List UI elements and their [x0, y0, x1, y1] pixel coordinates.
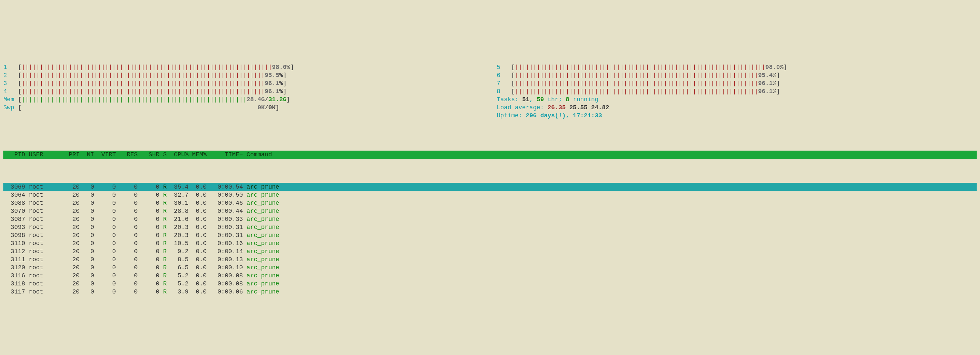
cell-virt: 0 — [94, 207, 116, 215]
meter-bracket-open: [ — [18, 80, 22, 88]
memory-meter-value: 28.4G/31.2G — [247, 96, 287, 103]
cell-mem: 0.0 — [189, 272, 207, 280]
swap-meter-label: Swp — [3, 103, 18, 111]
cell-command: arc_prune — [243, 264, 279, 272]
cell-user: root — [25, 207, 65, 215]
cell-mem: 0.0 — [189, 255, 207, 264]
cell-mem: 0.0 — [189, 183, 207, 191]
cell-time: 0:00.16 — [207, 239, 243, 247]
col-pri[interactable]: PRI — [65, 151, 80, 159]
cell-time: 0:00.46 — [207, 199, 243, 207]
cell-time: 0:00.13 — [207, 255, 243, 264]
cell-ni: 0 — [80, 199, 94, 207]
cpu-meter-5: 5[||||||||||||||||||||||||||||||||||||||… — [497, 63, 977, 71]
meter-bracket-close: ] — [290, 63, 294, 71]
cell-cpu: 3.9 — [167, 288, 189, 296]
cell-virt: 0 — [94, 223, 116, 231]
cell-res: 0 — [116, 231, 138, 239]
cell-command: arc_prune — [243, 255, 279, 264]
process-row[interactable]: 3117root200000R3.90.00:00.06arc_prune — [3, 288, 977, 296]
process-row[interactable]: 3088root200000R30.10.00:00.46arc_prune — [3, 199, 977, 207]
process-row[interactable]: 3087root200000R21.60.00:00.33arc_prune — [3, 215, 977, 223]
col-ni[interactable]: NI — [80, 151, 94, 159]
cell-time: 0:00.31 — [207, 231, 243, 239]
col-state[interactable]: S — [159, 151, 167, 159]
swap-meter: Swp[ 0K/0K] — [3, 103, 483, 111]
meter-bracket-close: ] — [783, 63, 787, 71]
cell-mem: 0.0 — [189, 264, 207, 272]
col-mem[interactable]: MEM% — [189, 151, 207, 159]
cell-mem: 0.0 — [189, 207, 207, 215]
cell-cpu: 28.8 — [167, 207, 189, 215]
col-shr[interactable]: SHR — [138, 151, 160, 159]
cpu-meter-bars: ||||||||||||||||||||||||||||||||||||||||… — [22, 88, 265, 96]
cell-pri: 20 — [65, 239, 80, 247]
cell-state: R — [159, 255, 167, 264]
cell-mem: 0.0 — [189, 223, 207, 231]
cpu-meter-bars: ||||||||||||||||||||||||||||||||||||||||… — [515, 80, 758, 88]
cell-command: arc_prune — [243, 288, 279, 296]
load-1min: 26.35 — [547, 104, 566, 111]
meter-bracket-close: ] — [283, 88, 287, 96]
process-table-body[interactable]: 3069root200000R35.40.00:00.54arc_prune30… — [3, 183, 977, 296]
cell-res: 0 — [116, 255, 138, 264]
cell-command: arc_prune — [243, 215, 279, 223]
cell-user: root — [25, 215, 65, 223]
cell-shr: 0 — [138, 280, 160, 288]
cell-res: 0 — [116, 272, 138, 280]
cell-pri: 20 — [65, 183, 80, 191]
process-row[interactable]: 3112root200000R9.20.00:00.14arc_prune — [3, 247, 977, 255]
cell-pid: 3116 — [3, 272, 25, 280]
meter-bracket-open: [ — [511, 71, 515, 80]
cell-cpu: 8.5 — [167, 255, 189, 264]
process-row[interactable]: 3069root200000R35.40.00:00.54arc_prune — [3, 183, 977, 191]
cell-state: R — [159, 264, 167, 272]
cpu-meter-bars: ||||||||||||||||||||||||||||||||||||||||… — [515, 63, 765, 71]
load-label: Load average: — [497, 104, 547, 111]
tasks-summary: Tasks: 51, 59 thr; 8 running — [497, 96, 977, 103]
col-time[interactable]: TIME+ — [207, 151, 243, 159]
process-row[interactable]: 3093root200000R20.30.00:00.31arc_prune — [3, 223, 977, 231]
process-row[interactable]: 3111root200000R8.50.00:00.13arc_prune — [3, 255, 977, 264]
cpu-meter-label: 1 — [3, 63, 18, 71]
col-command[interactable]: Command — [243, 151, 272, 159]
cell-res: 0 — [116, 215, 138, 223]
cell-pid: 3098 — [3, 231, 25, 239]
process-row[interactable]: 3064root200000R32.70.00:00.50arc_prune — [3, 191, 977, 199]
meter-bracket-open: [ — [511, 63, 515, 71]
cpu-meter-label: 2 — [3, 71, 18, 80]
cell-time: 0:00.08 — [207, 280, 243, 288]
process-table-header[interactable]: PIDUSERPRINIVIRTRESSHRSCPU%MEM%TIME+Comm… — [3, 151, 977, 159]
col-user[interactable]: USER — [25, 151, 65, 159]
cell-virt: 0 — [94, 191, 116, 199]
col-res[interactable]: RES — [116, 151, 138, 159]
cell-ni: 0 — [80, 272, 94, 280]
process-row[interactable]: 3116root200000R5.20.00:00.08arc_prune — [3, 272, 977, 280]
memory-meter-bars: ||||||||||||||||||||||||||||||||||||||||… — [22, 96, 247, 103]
col-virt[interactable]: VIRT — [94, 151, 116, 159]
cpu-meter-bars: ||||||||||||||||||||||||||||||||||||||||… — [22, 80, 265, 88]
cell-state: R — [159, 280, 167, 288]
col-cpu[interactable]: CPU% — [167, 151, 189, 159]
cell-mem: 0.0 — [189, 280, 207, 288]
process-row[interactable]: 3098root200000R20.30.00:00.31arc_prune — [3, 231, 977, 239]
cell-pid: 3087 — [3, 215, 25, 223]
cell-command: arc_prune — [243, 280, 279, 288]
cell-command: arc_prune — [243, 207, 279, 215]
uptime: Uptime: 296 days(!), 17:21:33 — [497, 111, 977, 120]
process-row[interactable]: 3070root200000R28.80.00:00.44arc_prune — [3, 207, 977, 215]
process-row[interactable]: 3118root200000R5.20.00:00.08arc_prune — [3, 280, 977, 288]
threads-count: 59 — [537, 96, 544, 103]
cell-cpu: 30.1 — [167, 199, 189, 207]
cell-mem: 0.0 — [189, 199, 207, 207]
cell-time: 0:00.33 — [207, 215, 243, 223]
cell-shr: 0 — [138, 191, 160, 199]
cpu-meter-bars: ||||||||||||||||||||||||||||||||||||||||… — [515, 88, 758, 96]
cpu-meter-label: 5 — [497, 63, 511, 71]
meter-bracket-close: ] — [776, 88, 780, 96]
col-pid[interactable]: PID — [3, 151, 25, 159]
process-row[interactable]: 3110root200000R10.50.00:00.16arc_prune — [3, 239, 977, 247]
process-row[interactable]: 3120root200000R6.50.00:00.10arc_prune — [3, 264, 977, 272]
cell-shr: 0 — [138, 215, 160, 223]
cpu-meter-value: 98.0% — [765, 63, 783, 71]
